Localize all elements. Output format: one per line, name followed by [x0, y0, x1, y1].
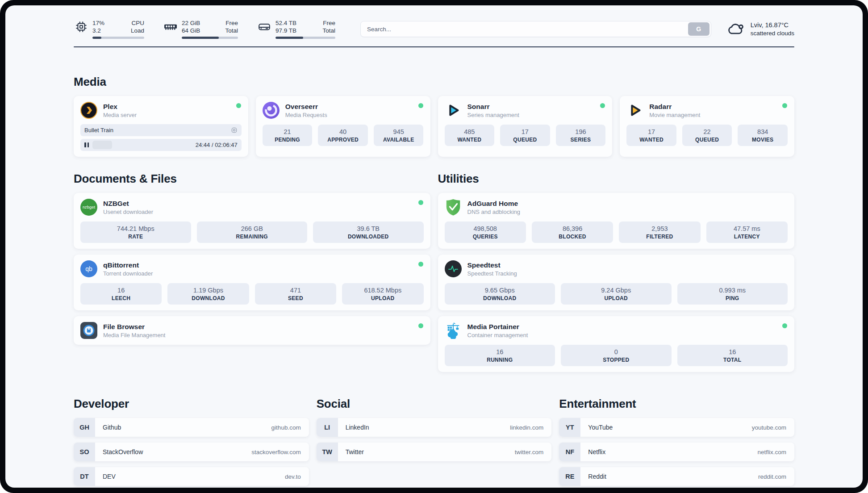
pause-icon[interactable]: [84, 142, 89, 147]
stat-wanted: 17WANTED: [626, 125, 676, 146]
bookmark-badge: TW: [317, 443, 338, 461]
ram-free: 22 GiB: [182, 19, 200, 27]
stat-download: 9.65 GbpsDOWNLOAD: [445, 283, 555, 305]
header-divider: [74, 46, 794, 47]
ram-label-1: Free: [225, 19, 238, 27]
cpu-progress-bar: [92, 37, 144, 39]
header-bar: 17% 3.2 CPU Load: [74, 5, 794, 39]
status-dot: [418, 262, 423, 267]
bookmark-dev[interactable]: DT DEV dev.to: [74, 467, 309, 486]
stat-downloaded: 39.6 TBDOWNLOADED: [313, 221, 424, 243]
bookmark-github[interactable]: GH Github github.com: [74, 418, 309, 437]
bookmark-stackoverflow[interactable]: SO StackOverflow stackoverflow.com: [74, 443, 309, 461]
app-name: AdGuard Home: [467, 199, 521, 208]
section-title-documents: Documents & Files: [74, 172, 430, 186]
bookmark-badge: SO: [74, 443, 95, 461]
app-card-radarr[interactable]: Radarr Movie management 17WANTED 22QUEUE…: [620, 96, 794, 157]
weather-condition: scattered clouds: [751, 29, 794, 38]
dashboard-page: 17% 3.2 CPU Load: [5, 5, 863, 488]
radarr-icon: [626, 102, 643, 119]
cpu-icon: [74, 21, 89, 33]
section-title-media: Media: [74, 75, 794, 89]
cpu-usage-widget: 17% 3.2 CPU Load: [74, 19, 144, 39]
playback-progress-track[interactable]: [92, 141, 191, 149]
app-subtitle: Speedtest Tracking: [467, 270, 517, 277]
search-bar: G: [360, 21, 711, 37]
app-card-nzbget[interactable]: nzbget NZBGet Usenet downloader 744.21 M…: [74, 193, 430, 249]
stat-pending: 21PENDING: [263, 125, 313, 146]
nzbget-icon: nzbget: [80, 199, 97, 216]
disk-free: 52.4 TB: [275, 19, 296, 27]
search-engine-button[interactable]: G: [688, 22, 709, 36]
bookmark-reddit[interactable]: RE Reddit reddit.com: [559, 467, 794, 486]
status-dot: [418, 323, 423, 328]
bookmark-badge: DT: [74, 467, 95, 486]
bookmark-twitter[interactable]: TW Twitter twitter.com: [317, 443, 552, 461]
stat-upload: 9.24 GbpsUPLOAD: [561, 283, 672, 305]
stat-approved: 40APPROVED: [318, 125, 368, 146]
stat-leech: 16LEECH: [80, 283, 162, 305]
app-card-filebrowser[interactable]: File Browser Media File Management: [74, 316, 430, 345]
app-card-adguard[interactable]: AdGuard Home DNS and adblocking 498,508Q…: [438, 193, 795, 249]
cloud-icon: [726, 22, 745, 36]
bookmark-url: youtube.com: [752, 424, 786, 431]
stat-stopped: 0STOPPED: [561, 345, 672, 366]
bookmark-netflix[interactable]: NF Netflix netflix.com: [559, 443, 794, 461]
app-subtitle: Series management: [467, 111, 519, 119]
app-subtitle: Container management: [467, 331, 528, 339]
window-frame: 17% 3.2 CPU Load: [0, 0, 868, 493]
section-title-social: Social: [317, 397, 552, 411]
bookmark-url: reddit.com: [758, 473, 786, 480]
bookmark-name: Netflix: [588, 448, 605, 455]
bookmark-url: stackoverflow.com: [251, 449, 300, 455]
filebrowser-icon: [80, 322, 97, 339]
cpu-load-avg: 3.2: [92, 27, 104, 34]
disk-usage-widget: 52.4 TB 97.9 TB Free Total: [257, 19, 335, 39]
app-name: Sonarr: [467, 102, 519, 111]
bookmark-name: DEV: [103, 473, 116, 480]
status-dot: [418, 200, 423, 205]
app-card-qbittorrent[interactable]: qb qBittorrent Torrent downloader 16LEEC…: [74, 255, 430, 310]
bookmark-url: github.com: [271, 424, 301, 431]
bookmark-badge: RE: [559, 467, 580, 486]
bookmark-badge: GH: [74, 418, 95, 437]
bookmark-url: twitter.com: [515, 449, 544, 455]
app-card-sonarr[interactable]: Sonarr Series management 485WANTED 17QUE…: [438, 96, 613, 157]
stat-download: 1.19 GbpsDOWNLOAD: [167, 283, 249, 305]
bookmark-url: linkedin.com: [510, 424, 543, 431]
bookmark-name: YouTube: [588, 424, 613, 431]
app-card-overseerr[interactable]: Overseerr Media Requests 21PENDING 40APP…: [256, 96, 430, 157]
stat-remaining: 266 GBREMAINING: [197, 221, 308, 243]
bookmark-group-social: Social LI LinkedIn linkedin.com TW Twitt…: [317, 397, 552, 486]
cpu-label-1: CPU: [131, 19, 144, 27]
app-name: Overseerr: [285, 102, 327, 111]
app-subtitle: Media Requests: [285, 111, 327, 119]
bookmark-group-developer: Developer GH Github github.com SO StackO…: [74, 397, 309, 486]
session-target-icon[interactable]: [231, 127, 238, 134]
app-card-speedtest[interactable]: Speedtest Speedtest Tracking 9.65 GbpsDO…: [438, 255, 795, 310]
stat-movies: 834MOVIES: [738, 125, 788, 146]
bookmark-url: dev.to: [285, 473, 301, 480]
ram-label-2: Total: [225, 27, 238, 34]
search-input[interactable]: [361, 26, 688, 33]
app-card-portainer[interactable]: Media Portainer Container management 16R…: [438, 316, 795, 372]
status-dot: [418, 103, 423, 108]
status-dot: [236, 103, 241, 108]
app-subtitle: Media File Management: [103, 331, 165, 339]
bookmark-badge: LI: [317, 418, 338, 437]
status-dot: [782, 323, 787, 328]
disk-icon: [257, 22, 272, 32]
sonarr-icon: [445, 102, 462, 119]
stat-seed: 471SEED: [255, 283, 336, 305]
stat-filtered: 2,953FILTERED: [619, 221, 700, 243]
cpu-percent: 17%: [92, 19, 104, 27]
column-documents: Documents & Files nzbget NZBGet Usenet d…: [74, 172, 430, 372]
ram-usage-widget: 22 GiB 64 GiB Free Total: [163, 19, 238, 39]
app-name: Plex: [103, 102, 137, 111]
section-title-entertainment: Entertainment: [559, 397, 794, 411]
bookmark-linkedin[interactable]: LI LinkedIn linkedin.com: [317, 418, 552, 437]
app-name: Radarr: [649, 102, 700, 111]
app-card-plex[interactable]: Plex Media server Bullet Train: [74, 96, 248, 157]
disk-progress-bar: [275, 37, 335, 39]
bookmark-youtube[interactable]: YT YouTube youtube.com: [559, 418, 794, 437]
